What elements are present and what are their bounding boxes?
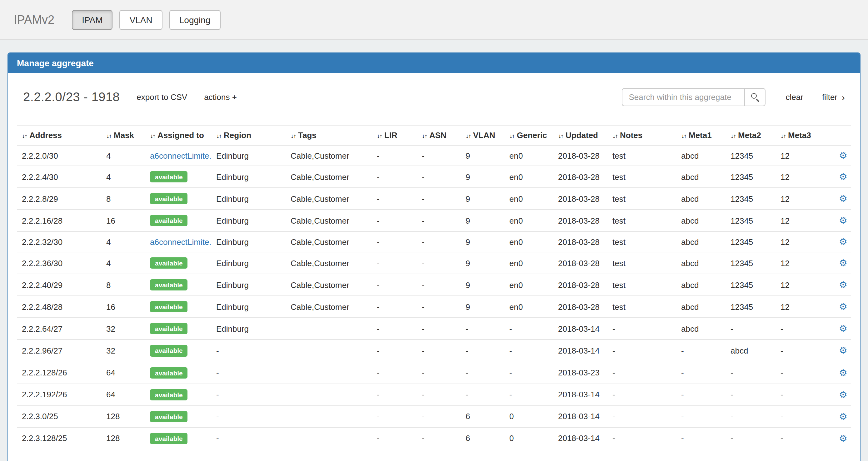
- col-assigned-to[interactable]: ↓↑Assigned to: [145, 125, 211, 145]
- tab-vlan[interactable]: VLAN: [120, 10, 162, 30]
- cell-updated: 2018-03-28: [553, 274, 608, 296]
- col-meta2[interactable]: ↓↑Meta2: [725, 125, 776, 145]
- table-row: 2.2.3.128/25 128 available - - - 6 0 201…: [17, 427, 851, 449]
- gear-icon[interactable]: ⚙: [839, 215, 847, 226]
- col-asn[interactable]: ↓↑ASN: [417, 125, 461, 145]
- gear-icon[interactable]: ⚙: [839, 389, 847, 399]
- cell-vlan: 9: [461, 231, 504, 252]
- chevron-right-icon: ›: [842, 93, 845, 102]
- cell-mask: 16: [101, 209, 145, 231]
- available-badge: available: [150, 279, 188, 291]
- cell-updated: 2018-03-28: [553, 252, 608, 274]
- search-input[interactable]: [622, 88, 745, 106]
- sort-icon: ↓↑: [150, 132, 155, 139]
- cell-vlan: 9: [461, 166, 504, 188]
- cell-mask: 8: [101, 188, 145, 209]
- gear-icon[interactable]: ⚙: [839, 411, 847, 421]
- col-region[interactable]: ↓↑Region: [211, 125, 286, 145]
- cell-lir: -: [372, 362, 417, 384]
- cell-meta3: 12: [776, 252, 833, 274]
- column-label: Meta3: [788, 131, 811, 140]
- cell-tags: [286, 362, 372, 384]
- col-mask[interactable]: ↓↑Mask: [101, 125, 145, 145]
- column-label: Meta1: [689, 131, 712, 140]
- gear-icon[interactable]: ⚙: [839, 171, 847, 182]
- available-badge: available: [150, 345, 188, 356]
- cell-asn: -: [417, 384, 461, 405]
- cell-lir: -: [372, 384, 417, 405]
- export-csv-link[interactable]: export to CSV: [136, 93, 187, 102]
- cell-meta3: 12: [776, 231, 833, 252]
- cell-meta2: abcd: [725, 340, 776, 362]
- search-button[interactable]: [745, 88, 766, 106]
- cell-updated: 2018-03-28: [553, 209, 608, 231]
- cell-meta1: abcd: [676, 188, 725, 209]
- gear-icon[interactable]: ⚙: [839, 236, 847, 247]
- table-row: 2.2.2.0/30 4 a6connectLimite... Edinburg…: [17, 145, 851, 166]
- col-updated[interactable]: ↓↑Updated: [553, 125, 608, 145]
- cell-asn: -: [417, 340, 461, 362]
- cell-lir: -: [372, 145, 417, 166]
- gear-icon[interactable]: ⚙: [839, 279, 847, 290]
- cell-notes: test: [608, 231, 676, 252]
- cell-generic: -: [504, 318, 553, 340]
- table-row: 2.2.2.192/26 64 available - - - - - 2018…: [17, 384, 851, 405]
- sort-icon: ↓↑: [216, 132, 221, 139]
- cell-notes: -: [608, 340, 676, 362]
- cell-vlan: -: [461, 384, 504, 405]
- gear-icon[interactable]: ⚙: [839, 345, 847, 356]
- cell-region: Edinburg: [211, 209, 286, 231]
- col-generic[interactable]: ↓↑Generic: [504, 125, 553, 145]
- table-row: 2.2.2.8/29 8 available Edinburg Cable,Cu…: [17, 188, 851, 209]
- gear-icon[interactable]: ⚙: [839, 367, 847, 377]
- cell-asn: -: [417, 405, 461, 427]
- cell-meta3: 12: [776, 296, 833, 318]
- col-address[interactable]: ↓↑Address: [17, 125, 101, 145]
- cell-lir: -: [372, 209, 417, 231]
- sort-icon: ↓↑: [780, 132, 785, 139]
- cell-address: 2.2.3.0/25: [17, 405, 101, 427]
- col-vlan[interactable]: ↓↑VLAN: [461, 125, 504, 145]
- clear-link[interactable]: clear: [786, 93, 803, 102]
- tab-logging[interactable]: Logging: [169, 10, 221, 30]
- cell-actions: ⚙: [833, 274, 851, 296]
- gear-icon[interactable]: ⚙: [839, 257, 847, 268]
- cell-assigned: available: [145, 405, 211, 427]
- cell-actions: ⚙: [833, 188, 851, 209]
- cell-lir: -: [372, 252, 417, 274]
- cell-notes: test: [608, 209, 676, 231]
- app-brand: IPAMv2: [14, 13, 54, 27]
- gear-icon[interactable]: ⚙: [839, 150, 847, 161]
- gear-icon[interactable]: ⚙: [839, 323, 847, 334]
- column-label: LIR: [384, 131, 398, 140]
- col-meta1[interactable]: ↓↑Meta1: [676, 125, 725, 145]
- gear-icon[interactable]: ⚙: [839, 301, 847, 312]
- cell-meta2: -: [725, 362, 776, 384]
- filter-link[interactable]: filter ›: [822, 93, 845, 102]
- available-badge: available: [150, 389, 188, 400]
- table-body: 2.2.2.0/30 4 a6connectLimite... Edinburg…: [17, 145, 851, 449]
- cell-meta1: -: [676, 340, 725, 362]
- col-meta3[interactable]: ↓↑Meta3: [776, 125, 833, 145]
- cell-meta1: -: [676, 362, 725, 384]
- col-tags[interactable]: ↓↑Tags: [286, 125, 372, 145]
- cell-asn: -: [417, 296, 461, 318]
- cell-tags: Cable,Customer: [286, 231, 372, 252]
- gear-icon[interactable]: ⚙: [839, 193, 847, 204]
- panel-header: Manage aggregate: [8, 53, 860, 73]
- panel-body: 2.2.2.0/23 - 1918 export to CSV actions …: [8, 73, 860, 461]
- cell-assigned: available: [145, 188, 211, 209]
- cell-mask: 4: [101, 252, 145, 274]
- col-lir[interactable]: ↓↑LIR: [372, 125, 417, 145]
- gear-icon[interactable]: ⚙: [839, 433, 847, 443]
- actions-menu[interactable]: actions +: [204, 93, 237, 102]
- col-notes[interactable]: ↓↑Notes: [608, 125, 676, 145]
- col-actions: [833, 125, 851, 145]
- cell-generic: en0: [504, 145, 553, 166]
- tab-ipam[interactable]: IPAM: [72, 10, 113, 30]
- cell-actions: ⚙: [833, 296, 851, 318]
- sort-icon: ↓↑: [422, 132, 427, 139]
- assigned-link[interactable]: a6connectLimite...: [150, 237, 211, 246]
- cell-assigned: available: [145, 362, 211, 384]
- assigned-link[interactable]: a6connectLimite...: [150, 151, 211, 160]
